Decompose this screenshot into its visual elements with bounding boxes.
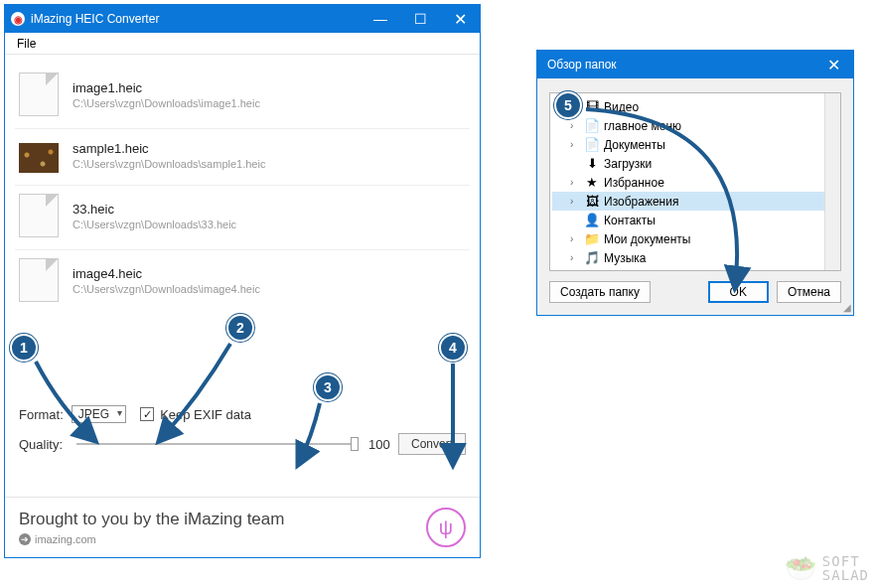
folder-icon: ⬇ (584, 156, 600, 171)
tree-item-label: Документы (604, 138, 665, 152)
main-window: ◉ iMazing HEIC Converter — ☐ ✕ File imag… (4, 4, 481, 558)
format-row: Format: JPEG ✓ Keep EXIF data (19, 405, 466, 423)
file-row[interactable]: 33.heicC:\Users\vzgn\Downloads\33.heic (15, 186, 470, 250)
folder-icon: 🖼 (584, 194, 600, 209)
app-icon: ◉ (11, 12, 25, 26)
tree-item[interactable]: ›★Избранное (552, 173, 838, 192)
dialog-title: Обзор папок (543, 58, 813, 72)
convert-button[interactable]: Convert (398, 433, 466, 455)
tree-item[interactable]: ›📄главное меню (552, 116, 838, 135)
callout-badge-5: 5 (554, 91, 582, 119)
folder-icon: 📄 (584, 118, 600, 133)
tree-item-label: Загрузки (604, 157, 652, 171)
watermark-line2: SALAD (822, 568, 869, 582)
menubar: File (5, 33, 480, 55)
file-path: C:\Users\vzgn\Downloads\image4.heic (73, 283, 260, 295)
dialog-titlebar[interactable]: Обзор папок ✕ (537, 51, 853, 78)
resize-grip-icon[interactable]: ◢ (843, 302, 851, 313)
tree-caret-icon: › (570, 252, 580, 263)
file-list: image1.heicC:\Users\vzgn\Downloads\image… (5, 55, 480, 316)
folder-icon: 👤 (584, 213, 600, 227)
tree-caret-icon: › (570, 139, 580, 150)
quality-row: Quality: 100 Convert (19, 433, 466, 455)
controls-area: Format: JPEG ✓ Keep EXIF data Quality: 1… (5, 316, 480, 497)
callout-badge-2: 2 (226, 314, 254, 342)
tree-item[interactable]: ›📄Документы (552, 135, 838, 154)
imazing-logo-icon: ψ (426, 508, 466, 547)
folder-icon: 📄 (584, 137, 600, 152)
file-thumb-icon (19, 258, 59, 302)
maximize-button[interactable]: ☐ (400, 5, 440, 33)
folder-icon: 🎞 (584, 99, 600, 114)
folder-icon: ★ (584, 175, 600, 190)
watermark: 🥗 SOFT SALAD (785, 554, 869, 582)
tree-item-label: Видео (604, 100, 639, 114)
tree-item[interactable]: 🎞Видео (552, 97, 838, 116)
file-path: C:\Users\vzgn\Downloads\sample1.heic (73, 158, 265, 170)
minimize-button[interactable]: — (361, 5, 400, 33)
tree-item[interactable]: ⬇Загрузки (552, 154, 838, 173)
folder-icon: 📁 (584, 231, 600, 246)
callout-badge-1: 1 (10, 334, 38, 362)
tree-caret-icon: › (570, 177, 580, 188)
tree-item-label: Изображения (604, 195, 678, 209)
callout-badge-4: 4 (439, 334, 467, 362)
file-path: C:\Users\vzgn\Downloads\33.heic (73, 219, 236, 230)
quality-label: Quality: (19, 437, 63, 452)
file-name: image1.heic (73, 80, 260, 95)
footer: Brought to you by the iMazing team ➔ ima… (5, 497, 480, 557)
tree-caret-icon: › (570, 233, 580, 244)
tree-item[interactable]: ›🎵Музыка (552, 248, 838, 267)
titlebar[interactable]: ◉ iMazing HEIC Converter — ☐ ✕ (5, 5, 480, 33)
footer-link[interactable]: imazing.com (35, 533, 96, 545)
callout-badge-3: 3 (314, 373, 342, 401)
window-title: iMazing HEIC Converter (31, 12, 361, 26)
file-name: image4.heic (73, 266, 260, 281)
tree-caret-icon: › (570, 196, 580, 207)
file-row[interactable]: image4.heicC:\Users\vzgn\Downloads\image… (15, 250, 470, 314)
tree-item[interactable]: 👤Контакты (552, 211, 838, 229)
file-name: sample1.heic (73, 141, 265, 156)
file-thumb-icon (19, 73, 59, 116)
file-thumb-icon (19, 194, 59, 237)
folder-icon: 🎵 (584, 250, 600, 265)
watermark-line1: SOFT (822, 554, 869, 568)
format-value: JPEG (78, 407, 109, 421)
menu-file[interactable]: File (11, 35, 42, 53)
ok-button[interactable]: OK (708, 281, 769, 303)
folder-browse-dialog: Обзор папок ✕ 🎞Видео›📄главное меню›📄Доку… (536, 50, 854, 316)
tree-item-label: Контакты (604, 214, 656, 227)
tree-item[interactable]: ›📁Мои документы (552, 229, 838, 248)
tree-scrollbar[interactable] (824, 93, 840, 270)
file-thumb-icon (19, 143, 59, 173)
folder-tree[interactable]: 🎞Видео›📄главное меню›📄Документы⬇Загрузки… (549, 92, 841, 271)
format-label: Format: (19, 407, 64, 422)
file-row[interactable]: image1.heicC:\Users\vzgn\Downloads\image… (15, 65, 470, 129)
watermark-icon: 🥗 (785, 555, 816, 581)
format-select[interactable]: JPEG (72, 405, 126, 423)
close-button[interactable]: ✕ (440, 5, 480, 33)
footer-tagline: Brought to you by the iMazing team (19, 510, 284, 529)
file-path: C:\Users\vzgn\Downloads\image1.heic (73, 97, 260, 109)
keep-exif-checkbox[interactable]: ✓ (140, 407, 154, 421)
tree-item-label: Музыка (604, 251, 646, 265)
file-row[interactable]: sample1.heicC:\Users\vzgn\Downloads\samp… (15, 129, 470, 186)
quality-value: 100 (368, 437, 398, 452)
slider-thumb[interactable] (351, 437, 359, 451)
create-folder-button[interactable]: Создать папку (549, 281, 651, 303)
link-icon: ➔ (19, 533, 31, 545)
cancel-button[interactable]: Отмена (777, 281, 841, 303)
tree-item-label: главное меню (604, 119, 681, 133)
tree-item-label: Мои документы (604, 232, 690, 246)
tree-caret-icon: › (570, 120, 580, 131)
dialog-close-button[interactable]: ✕ (813, 51, 853, 78)
keep-exif-label: Keep EXIF data (160, 407, 251, 422)
quality-slider[interactable] (76, 443, 359, 445)
file-name: 33.heic (73, 202, 236, 217)
tree-item-label: Избранное (604, 176, 664, 190)
tree-item[interactable]: ›🖼Изображения (552, 192, 838, 211)
